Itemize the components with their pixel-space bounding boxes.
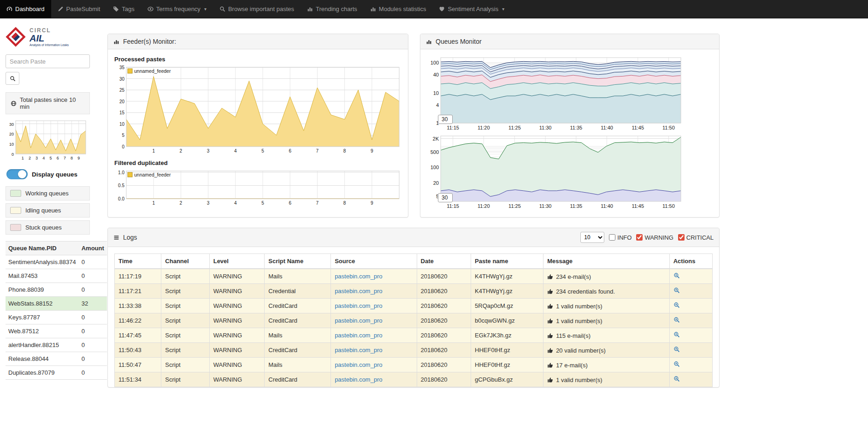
log-paste-cell: EGk7JK3h.gz <box>471 328 543 343</box>
log-script-cell: Mails <box>265 358 331 372</box>
avg-window-input-bottom[interactable]: 30 <box>438 193 453 202</box>
log-source-link[interactable]: pastebin.com_pro <box>335 288 382 295</box>
svg-text:1: 1 <box>22 156 24 160</box>
log-channel-cell: Script <box>161 269 209 284</box>
queue-row-webstats-88152[interactable]: WebStats.8815232 <box>6 297 107 311</box>
nav-item-sentiment-analysis[interactable]: Sentiment Analysis▾ <box>432 0 511 18</box>
queues-monitor-top-chart[interactable]: 11:1511:2011:2511:3011:3511:4011:4511:50… <box>426 55 684 131</box>
log-message-cell: 1 valid number(s) <box>543 299 670 313</box>
log-channel-cell: Script <box>161 328 209 343</box>
show-paste-button[interactable] <box>673 302 680 308</box>
processed-pastes-chart[interactable]: 12345678905101520253035unnamed_feeder <box>113 65 402 155</box>
log-actions-cell <box>669 299 712 313</box>
log-actions-cell <box>669 343 712 358</box>
legend-label: Stuck queues <box>25 224 62 231</box>
logs-column-channel: Channel <box>161 254 209 269</box>
caret-down-icon: ▾ <box>204 6 207 12</box>
nav-item-tags[interactable]: Tags <box>106 0 141 18</box>
log-source-link[interactable]: pastebin.com_pro <box>335 376 382 383</box>
nav-item-terms-frequency[interactable]: Terms frequency▾ <box>141 0 213 18</box>
filter-info[interactable]: INFO <box>609 234 632 241</box>
log-level-cell: WARNING <box>209 313 265 328</box>
queue-row-phone-88039[interactable]: Phone.880390 <box>6 283 107 297</box>
logo-line3: Analysis of Information Leaks <box>30 43 69 47</box>
queue-row-alerthandler-88215[interactable]: alertHandler.882150 <box>6 338 107 352</box>
filter-warning[interactable]: WARNING <box>636 234 673 241</box>
show-paste-button[interactable] <box>673 272 680 279</box>
log-message-cell: 234 credentials found. <box>543 284 670 299</box>
svg-text:11:40: 11:40 <box>601 125 613 130</box>
queues-monitor-panel: Queues Monitor 11:1511:2011:2511:3011:35… <box>420 34 720 218</box>
queue-row-mail-87453[interactable]: Mail.874530 <box>6 269 107 283</box>
queues-monitor-title: Queues Monitor <box>436 38 482 45</box>
log-message-cell: 1 valid number(s) <box>543 372 670 387</box>
log-source-link[interactable]: pastebin.com_pro <box>335 273 382 280</box>
log-message-cell: 20 valid number(s) <box>543 343 670 358</box>
nav-item-trending-charts[interactable]: Trending charts <box>301 0 364 18</box>
show-paste-button[interactable] <box>673 346 680 353</box>
queues-monitor-bottom-chart[interactable]: 11:1511:2011:2511:3011:3511:4011:4511:50… <box>426 133 684 210</box>
logs-controls: 10 INFOWARNINGCRITICAL <box>580 232 714 243</box>
circl-ail-logo[interactable]: CIRCL AIL Analysis of Information Leaks <box>6 27 90 47</box>
nav-item-dashboard[interactable]: Dashboard <box>0 0 51 18</box>
nav-item-modules-statistics[interactable]: Modules statistics <box>364 0 433 18</box>
show-paste-button[interactable] <box>673 317 680 323</box>
total-pastes-title: Total pastes since 10 min <box>20 96 85 110</box>
log-source-link[interactable]: pastebin.com_pro <box>335 332 382 339</box>
log-message-text: 234 credentials found. <box>556 288 615 295</box>
log-actions-cell <box>669 284 712 299</box>
queue-row-sentimentanalysis-88374[interactable]: SentimentAnalysis.883740 <box>6 255 107 269</box>
queue-row-web-87512[interactable]: Web.875120 <box>6 324 107 338</box>
nav-item-label: Browse important pastes <box>228 6 294 12</box>
log-script-cell: Mails <box>265 269 331 284</box>
filter-critical[interactable]: CRITICAL <box>678 234 714 241</box>
svg-text:3: 3 <box>207 148 210 153</box>
log-source-link[interactable]: pastebin.com_pro <box>335 317 382 324</box>
search-paste-button[interactable] <box>6 72 19 85</box>
log-date-cell: 20180620 <box>417 284 471 299</box>
svg-text:7: 7 <box>64 156 66 160</box>
svg-text:11:30: 11:30 <box>539 125 552 130</box>
log-message-text: 234 e-mail(s) <box>556 273 591 280</box>
log-message-text: 20 valid number(s) <box>556 347 606 354</box>
filtered-duplicated-chart[interactable]: 1234567890.00.51.0unnamed_feeder <box>113 168 402 207</box>
queue-row-release-88044[interactable]: Release.880440 <box>6 352 107 366</box>
show-paste-button[interactable] <box>673 361 680 367</box>
log-source-link[interactable]: pastebin.com_pro <box>335 302 382 309</box>
log-script-cell: CreditCard <box>265 372 331 387</box>
thumbs-up-icon <box>547 347 556 353</box>
nav-item-browse-important-pastes[interactable]: Browse important pastes <box>213 0 301 18</box>
avg-window-input-top[interactable]: 30 <box>438 115 453 124</box>
log-row: 11:50:47ScriptWARNINGMailspastebin.com_p… <box>115 358 713 372</box>
nav-item-pastesubmit[interactable]: PasteSubmit <box>51 0 107 18</box>
legend-item-idling-queues: Idling queues <box>6 203 90 218</box>
search-icon <box>10 76 16 82</box>
log-channel-cell: Script <box>161 343 209 358</box>
search-paste-input[interactable] <box>6 54 90 68</box>
filter-info-checkbox[interactable] <box>609 234 615 241</box>
filter-critical-checkbox[interactable] <box>678 234 685 241</box>
svg-text:11:25: 11:25 <box>508 125 521 130</box>
log-source-link[interactable]: pastebin.com_pro <box>335 347 382 354</box>
page-size-select[interactable]: 10 <box>580 232 604 243</box>
show-paste-button[interactable] <box>673 287 680 294</box>
queue-row-duplicates-87079[interactable]: Duplicates.870790 <box>6 366 107 380</box>
queue-legend: Working queuesIdling queuesStuck queues <box>6 186 90 235</box>
display-queues-toggle[interactable] <box>6 169 28 179</box>
svg-text:unnamed_feeder: unnamed_feeder <box>134 68 171 74</box>
nav-item-label: Dashboard <box>15 6 45 12</box>
log-level-cell: WARNING <box>209 372 265 387</box>
bar-chart-icon <box>113 39 119 45</box>
filter-warning-checkbox[interactable] <box>636 234 643 241</box>
filtered-duplicated-svg: 1234567890.00.51.0unnamed_feeder <box>113 168 402 207</box>
show-paste-button[interactable] <box>673 376 680 382</box>
log-row: 11:50:43ScriptWARNINGCreditCardpastebin.… <box>115 343 713 358</box>
show-paste-button[interactable] <box>673 331 680 338</box>
queue-table-header-row: Queue Name.PIDAmount <box>6 242 107 255</box>
log-source-link[interactable]: pastebin.com_pro <box>335 361 382 368</box>
queue-row-keys-87787[interactable]: Keys.877870 <box>6 311 107 324</box>
legend-swatch <box>10 207 21 214</box>
log-message-cell: 1 valid number(s) <box>543 313 670 328</box>
log-actions-cell <box>669 328 712 343</box>
log-message-cell: 234 e-mail(s) <box>543 269 670 284</box>
